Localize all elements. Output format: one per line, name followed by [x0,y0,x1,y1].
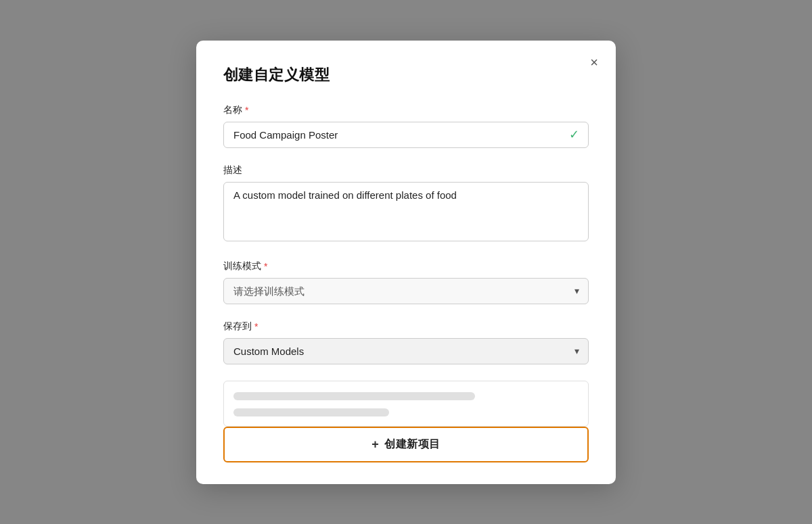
save-to-required-marker: * [254,321,258,332]
save-to-field-group: 保存到 * Custom Models ▾ [223,320,589,364]
skeleton-line-1 [233,392,475,400]
plus-icon: + [371,437,379,452]
skeleton-line-2 [233,408,389,416]
close-button[interactable]: × [586,53,602,72]
save-to-label: 保存到 * [223,320,589,333]
training-mode-field-group: 训练模式 * 请选择训练模式 ▾ [223,260,589,304]
save-to-select-wrapper: Custom Models ▾ [223,338,589,364]
create-project-label: 创建新项目 [384,437,440,452]
training-mode-select[interactable]: 请选择训练模式 [223,278,589,304]
description-textarea[interactable]: A custom model trained on different plat… [223,182,589,241]
dropdown-panel [223,381,589,427]
description-field-group: 描述 A custom model trained on different p… [223,164,589,244]
modal-title: 创建自定义模型 [223,65,589,85]
name-input-wrapper: ✓ [223,122,589,148]
name-label: 名称 * [223,104,589,116]
modal-dialog: × 创建自定义模型 名称 * ✓ 描述 A custom model train… [196,41,616,484]
name-field-group: 名称 * ✓ [223,104,589,148]
backdrop: × 创建自定义模型 名称 * ✓ 描述 A custom model train… [0,0,812,524]
name-required-marker: * [245,105,248,116]
training-mode-label: 训练模式 * [223,260,589,272]
save-to-select[interactable]: Custom Models [223,338,589,364]
training-mode-required-marker: * [264,261,267,272]
create-project-button[interactable]: + 创建新项目 [223,427,589,462]
training-mode-select-wrapper: 请选择训练模式 ▾ [223,278,589,304]
name-check-icon: ✓ [569,127,579,142]
name-input[interactable] [223,122,589,148]
description-label: 描述 [223,164,589,176]
